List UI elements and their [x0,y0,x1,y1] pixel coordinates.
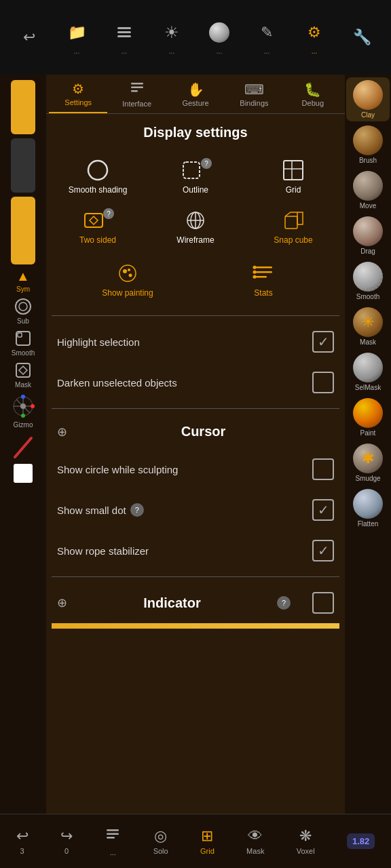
toolbar-layers[interactable]: ... [108,18,141,58]
toolbar-settings[interactable]: ⚙ ... [298,18,331,58]
smooth-shading-btn[interactable]: Smooth shading [52,154,144,199]
svg-rect-0 [117,27,131,29]
svg-rect-39 [255,276,267,278]
svg-point-4 [19,302,27,311]
toolbar-wrench[interactable]: 🔧 [346,22,378,52]
svg-point-15 [20,403,26,409]
highlight-selection-checkbox[interactable] [312,331,334,353]
bottom-grid[interactable]: ⊞ Grid [195,825,220,858]
bottom-mask[interactable]: 👁 Mask [241,825,269,858]
stroke-indicator[interactable] [11,433,35,460]
left-swatch-dark[interactable] [11,138,35,193]
outline-btn[interactable]: ? Outline [149,154,242,199]
show-rope-stabilizer-row: Show rope stabilizer [52,530,339,571]
highlight-selection-row: Highlight selection [52,321,339,362]
svg-rect-19 [131,87,143,89]
svg-rect-20 [131,90,138,92]
indicator-checkbox[interactable] [312,592,334,614]
bottom-voxel[interactable]: ❋ Voxel [291,825,320,858]
toolbar-back[interactable]: ↩ [13,22,45,52]
cursor-move-icon: ⊕ [57,425,67,439]
bottom-wi[interactable]: 1.82 [341,831,380,852]
divider-3 [52,576,339,577]
top-toolbar: ↩ 📁 ... ... ☀ ... ... ✎ ... ⚙ ... 🔧 [0,0,391,75]
toolbar-light[interactable]: ☀ ... [155,18,188,58]
svg-point-14 [21,414,25,418]
tabs-row: ⚙ Settings Interface ✋ Gesture ⌨ Binding… [46,75,345,114]
svg-rect-5 [16,332,30,345]
show-rope-stabilizer-checkbox[interactable] [312,540,334,561]
svg-rect-2 [117,35,131,37]
orange-bar [52,623,339,629]
svg-rect-18 [131,83,143,85]
right-sidebar: Clay Brush Move Drag Smooth ✳ Mask SelMa… [345,75,391,814]
cursor-section-header: ⊕ Cursor [52,414,339,449]
right-tool-paint[interactable]: Paint [346,395,390,439]
right-tool-smudge[interactable]: ✱ Smudge [346,441,390,485]
left-tool-mask[interactable]: Mask [14,361,33,389]
darken-unselected-row: Darken unselected objects [52,362,339,403]
tab-bindings[interactable]: ⌨ Bindings [225,76,283,113]
left-tool-smooth[interactable]: Smooth [12,329,35,357]
svg-point-35 [128,274,132,277]
tab-debug[interactable]: 🐛 Debug [284,76,342,113]
paint-stats-grid: Show painting Stats [52,254,339,310]
toolbar-material[interactable]: ... [203,18,236,58]
show-small-dot-row: Show small dot ? [52,490,339,530]
svg-point-33 [119,265,136,281]
snap-cube-btn[interactable]: Snap cube [247,204,339,249]
left-tool-sym[interactable]: ▲ Sym [16,269,30,293]
svg-rect-1 [117,31,131,33]
right-tool-mask[interactable]: ✳ Mask [346,304,390,349]
right-tool-smooth[interactable]: Smooth [346,259,390,303]
right-tool-clay[interactable]: Clay [346,77,390,121]
tab-settings[interactable]: ⚙ Settings [49,75,107,113]
right-tool-move[interactable]: Move [346,168,390,212]
darken-unselected-checkbox[interactable] [312,372,334,393]
main-panel: ⚙ Settings Interface ✋ Gesture ⌨ Binding… [46,75,345,814]
right-tool-brush[interactable]: Brush [346,123,390,167]
left-tool-sub[interactable]: Sub [14,297,33,325]
bottom-solo[interactable]: ◎ Solo [148,825,174,858]
bottom-undo[interactable]: ↩ 3 [11,825,34,858]
svg-point-34 [123,269,127,273]
divider-1 [52,315,339,316]
wireframe-btn[interactable]: Wireframe [149,204,242,249]
color-swatch-white[interactable] [14,464,33,483]
indicator-move-icon: ⊕ [57,595,67,610]
stats-btn[interactable]: Stats [247,257,280,302]
bottom-redo[interactable]: ↪ 0 [55,825,78,858]
right-tool-drag[interactable]: Drag [346,214,390,258]
svg-rect-37 [255,267,272,269]
show-painting-btn[interactable]: Show painting [98,257,157,302]
show-circle-checkbox[interactable] [312,458,334,480]
toolbar-pen[interactable]: ✎ ... [250,18,283,58]
right-tool-flatten[interactable]: Flatten [346,486,390,530]
tab-gesture[interactable]: ✋ Gesture [166,76,225,113]
indicator-section-header: ⊕ Indicator ? [52,583,339,623]
svg-rect-23 [284,161,303,180]
grid-btn[interactable]: Grid [247,154,339,199]
indicator-help[interactable]: ? [277,596,291,610]
svg-rect-44 [107,833,119,835]
panel-content: Display settings Smooth shading [46,114,345,629]
svg-point-3 [16,299,31,314]
display-icons-grid: Smooth shading ? Outline [52,149,339,254]
right-tool-selmask[interactable]: SelMask [346,350,390,394]
show-small-dot-checkbox[interactable] [312,499,334,521]
left-swatch-yellow[interactable] [11,80,35,134]
left-swatch-yellow2[interactable] [11,197,35,264]
toolbar-folder[interactable]: 📁 ... [60,18,93,58]
tab-interface[interactable]: Interface [107,75,166,113]
bottom-menu[interactable]: ... [99,823,126,859]
svg-point-12 [21,395,25,399]
divider-2 [52,408,339,409]
svg-point-36 [128,269,130,271]
show-small-dot-help[interactable]: ? [130,503,144,517]
svg-rect-38 [255,271,272,273]
left-tool-gizmo[interactable]: Gizmo [10,393,37,429]
show-circle-row: Show circle while sculpting [52,449,339,490]
svg-point-42 [253,275,257,279]
two-sided-btn[interactable]: ? Two sided [52,204,144,249]
svg-rect-43 [107,829,119,831]
